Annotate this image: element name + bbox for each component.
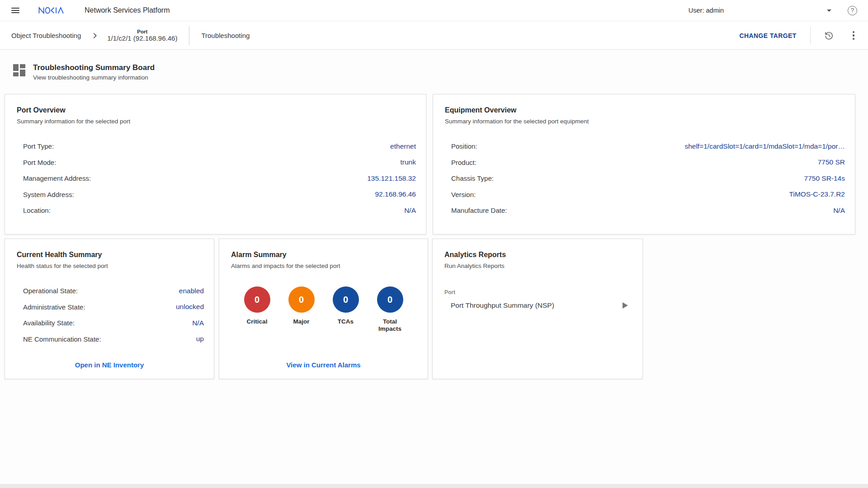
info-label: Port Type:: [23, 142, 54, 150]
app-title: Network Services Platform: [85, 6, 170, 14]
breadcrumb-target[interactable]: Port 1/1/c2/1 (92.168.96.46): [107, 29, 177, 42]
info-value: N/A: [404, 206, 416, 215]
port-overview-card: Port Overview Summary information for th…: [5, 94, 426, 235]
info-label: System Address:: [23, 191, 74, 198]
info-list: Operational State: enabled Administrativ…: [17, 283, 204, 347]
alarm-summary-card: Alarm Summary Alarms and impacts for the…: [219, 239, 428, 379]
current-health-summary-card: Current Health Summary Health status for…: [5, 239, 214, 379]
info-label: Availability State:: [23, 319, 75, 327]
info-value: 7750 SR: [818, 158, 845, 166]
target-value: 1/1/c2/1 (92.168.96.46): [107, 34, 177, 42]
info-value: up: [196, 335, 204, 343]
user-label: User: admin: [689, 7, 724, 14]
alarm-counter-label: Total Impacts: [376, 318, 405, 333]
info-label: Chassis Type:: [451, 174, 494, 182]
menu-icon[interactable]: [11, 8, 19, 13]
report-name: Port Throughput Summary (NSP): [451, 301, 554, 310]
card-title: Port Overview: [17, 106, 414, 114]
run-report-icon[interactable]: [623, 302, 628, 309]
app-root: Network Services Platform User: admin ? …: [0, 0, 868, 488]
card-title: Analytics Reports: [444, 251, 631, 259]
chevron-right-icon: [91, 32, 99, 40]
info-row: Port Mode: trunk: [17, 155, 416, 171]
card-title: Alarm Summary: [231, 251, 416, 259]
info-row: Product: 7750 SR: [445, 155, 845, 171]
analytics-reports-card: Analytics Reports Run Analytics Reports …: [432, 239, 643, 379]
info-value: 92.168.96.46: [375, 190, 416, 198]
change-target-button[interactable]: CHANGE TARGET: [740, 32, 797, 39]
info-label: Administrative State:: [23, 303, 85, 311]
info-row: Version: TiMOS-C-23.7.R2: [445, 187, 845, 203]
info-value: 7750 SR-14s: [804, 174, 845, 183]
breadcrumb-section: Troubleshooting: [201, 32, 250, 39]
info-row: Location: N/A: [17, 202, 416, 219]
alarm-counters: 0 Critical 0 Major 0 TCAs 0 Total Impact…: [219, 286, 428, 333]
alarm-count-badge: 0: [333, 286, 359, 313]
info-label: Location:: [23, 206, 51, 214]
info-label: Operational State:: [23, 287, 78, 295]
info-value: N/A: [192, 319, 204, 327]
breadcrumb-object-troubleshooting[interactable]: Object Troubleshooting: [11, 32, 81, 39]
info-row: Manufacture Date: N/A: [445, 202, 845, 219]
card-title: Equipment Overview: [445, 106, 843, 114]
toolbar-divider: [810, 27, 811, 45]
equipment-overview-card: Equipment Overview Summary information f…: [433, 94, 855, 235]
alarm-counter-label: Critical: [243, 318, 272, 325]
user-menu[interactable]: User: admin: [689, 7, 831, 14]
info-row: Management Address: 135.121.158.32: [17, 170, 416, 187]
page-title: Troubleshooting Summary Board: [33, 63, 155, 72]
alarm-count-badge: 0: [288, 286, 315, 313]
info-label: Product:: [451, 159, 476, 166]
info-label: Position:: [451, 142, 477, 150]
card-subtitle: Summary information for the selected por…: [17, 118, 414, 125]
alarm-counter-label: Major: [287, 318, 316, 325]
breadcrumb-bar: Object Troubleshooting Port 1/1/c2/1 (92…: [0, 22, 868, 50]
help-icon[interactable]: ?: [848, 6, 857, 15]
app-bar: Network Services Platform User: admin ?: [0, 0, 868, 21]
alarm-count-badge: 0: [377, 286, 403, 313]
nokia-logo-icon: [38, 6, 66, 14]
info-row: Port Type: ethernet: [17, 138, 416, 155]
info-value: unlocked: [176, 303, 204, 311]
info-row: Administrative State: unlocked: [17, 299, 204, 315]
info-list: Position: shelf=1/cardSlot=1/card=1/mdaS…: [445, 138, 845, 219]
card-subtitle: Run Analytics Reports: [444, 263, 631, 269]
caret-down-icon: [827, 9, 831, 12]
view-current-alarms-link[interactable]: View in Current Alarms: [219, 361, 428, 369]
info-row: Availability State: N/A: [17, 315, 204, 331]
info-row: System Address: 92.168.96.46: [17, 187, 416, 203]
info-row: Chassis Type: 7750 SR-14s: [445, 170, 845, 187]
card-subtitle: Summary information for the selected por…: [445, 118, 843, 125]
page-subtitle: View troubleshooting summary information: [33, 74, 155, 81]
info-row: NE Communication State: up: [17, 331, 204, 347]
more-options-icon[interactable]: [853, 31, 854, 40]
info-value: TiMOS-C-23.7.R2: [789, 190, 845, 198]
info-value: N/A: [833, 206, 845, 215]
info-value: 135.121.158.32: [367, 174, 416, 183]
card-subtitle: Health status for the selected port: [17, 263, 202, 269]
horizontal-scrollbar-track[interactable]: [0, 484, 868, 488]
app-bar-right: User: admin ?: [689, 6, 857, 15]
info-value: ethernet: [390, 142, 416, 150]
info-row: Position: shelf=1/cardSlot=1/card=1/mdaS…: [445, 138, 845, 155]
info-label: Version:: [451, 191, 476, 198]
report-row[interactable]: Port Throughput Summary (NSP): [444, 301, 631, 310]
info-label: NE Communication State:: [23, 335, 101, 343]
open-ne-inventory-link[interactable]: Open in NE Inventory: [5, 361, 214, 369]
info-value: trunk: [401, 158, 416, 166]
target-type-label: Port: [107, 29, 177, 34]
alarm-counter-tcas: 0 TCAs: [331, 286, 360, 333]
info-label: Port Mode:: [23, 159, 56, 166]
history-icon[interactable]: [824, 31, 834, 40]
alarm-count-badge: 0: [244, 286, 270, 313]
alarm-counter-label: TCAs: [331, 318, 360, 325]
alarm-counter-total-impacts: 0 Total Impacts: [376, 286, 405, 333]
alarm-counter-major: 0 Major: [287, 286, 316, 333]
card-title: Current Health Summary: [17, 251, 202, 259]
breadcrumb-divider: [189, 26, 189, 45]
card-subtitle: Alarms and impacts for the selected port: [231, 263, 416, 269]
page-header: Troubleshooting Summary Board View troub…: [13, 63, 155, 81]
report-group-label: Port: [444, 289, 631, 296]
info-value: enabled: [179, 287, 204, 295]
info-list: Port Type: ethernet Port Mode: trunk Man…: [17, 138, 416, 219]
